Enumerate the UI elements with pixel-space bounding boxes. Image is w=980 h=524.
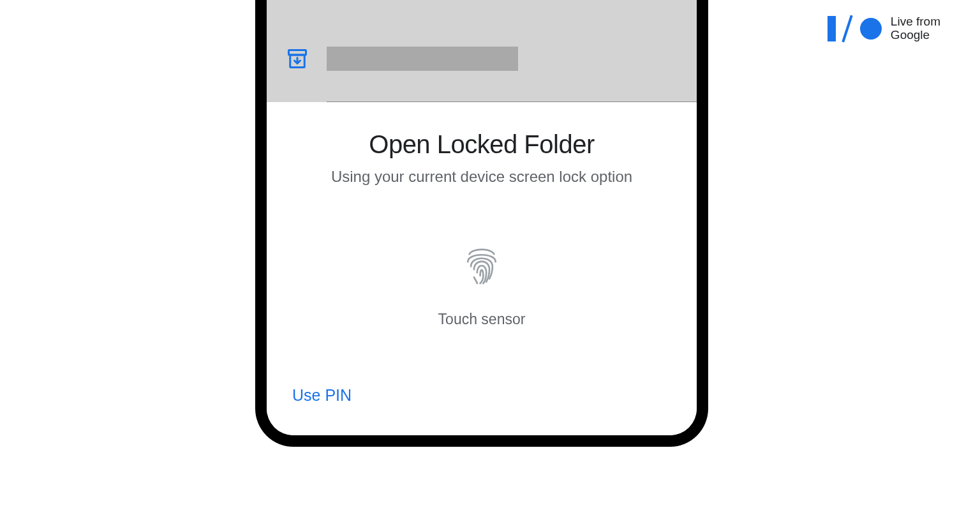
google-io-badge: Live from Google (828, 15, 940, 42)
fingerprint-icon (463, 243, 500, 287)
fingerprint-prompt[interactable]: Touch sensor (438, 243, 526, 328)
phone-device-frame: Open Locked Folder Using your current de… (255, 0, 708, 447)
io-letter-o-icon (860, 18, 882, 40)
io-tagline: Live from Google (891, 15, 940, 42)
redacted-text-placeholder (327, 47, 518, 71)
io-tagline-line1: Live from (891, 15, 940, 29)
touch-sensor-label: Touch sensor (438, 311, 526, 328)
archive-list-item (267, 47, 697, 101)
io-slash-icon (839, 16, 857, 41)
io-letter-i-icon (828, 16, 836, 41)
io-logo-mark (828, 16, 882, 41)
io-tagline-line2: Google (891, 29, 940, 42)
biometric-dialog: Open Locked Folder Using your current de… (267, 102, 697, 435)
use-pin-button[interactable]: Use PIN (292, 386, 352, 405)
phone-screen: Open Locked Folder Using your current de… (267, 0, 697, 435)
dialog-title: Open Locked Folder (369, 130, 594, 159)
background-app-area (267, 0, 697, 102)
dialog-subtitle: Using your current device screen lock op… (331, 168, 632, 186)
archive-box-icon (286, 47, 309, 70)
